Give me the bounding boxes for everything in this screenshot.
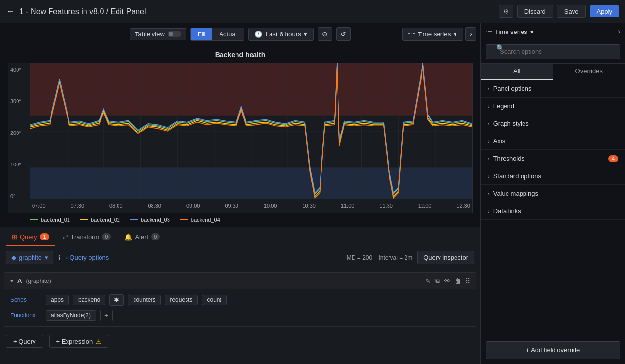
chart-title: Backend health (8, 51, 473, 59)
add-query-button[interactable]: + Query (6, 335, 43, 348)
option-panel-options[interactable]: › Panel options (481, 80, 625, 98)
add-buttons: + Query + Expression ⚠ (0, 331, 480, 352)
interval-label: Interval = 2m (379, 254, 413, 261)
query-drag-button[interactable]: ⠿ (465, 277, 470, 285)
option-value-mappings[interactable]: › Value mappings (481, 185, 625, 202)
options-list: › Panel options › Legend › Graph styles … (481, 80, 625, 336)
viz-type-chevron: ▾ (454, 31, 457, 38)
query-options-label: Query options (69, 254, 109, 261)
legend-item-backend02: backend_02 (80, 217, 120, 223)
option-chevron: › (488, 103, 490, 109)
fill-actual-group: Fill Actual (190, 28, 244, 41)
query-toolbar: ◆ graphite ▾ ℹ › Query options MD = 200 … (0, 247, 480, 268)
viz-nav-next[interactable]: › (465, 27, 476, 41)
tab-query[interactable]: ⊞ Query 1 (6, 229, 55, 246)
add-expression-button[interactable]: + Expression ⚠ (49, 335, 109, 348)
query-fields: Series apps backend ✱ counters requests … (4, 289, 476, 326)
add-expression-label: + Expression (56, 338, 93, 345)
function-tag-aliasByNode[interactable]: aliasByNode(2) (46, 310, 96, 321)
apply-button[interactable]: Apply (590, 5, 619, 17)
options-tabs-row: All Overrides (481, 64, 625, 80)
time-label: Last 6 hours (266, 31, 301, 38)
option-left: › Graph styles (488, 120, 529, 127)
option-axis[interactable]: › Axis (481, 132, 625, 150)
actual-button[interactable]: Actual (212, 28, 243, 40)
series-tag-backend[interactable]: backend (73, 295, 105, 305)
search-icon: 🔍 (496, 44, 504, 51)
tab-alert-icon: 🔔 (124, 233, 132, 241)
options-search-input[interactable] (486, 44, 620, 59)
tab-transform[interactable]: ⇄ Transform 0 (57, 229, 117, 246)
page-title: 1 - New Features in v8.0 / Edit Panel (19, 7, 146, 16)
query-copy-button[interactable]: ⧉ (435, 277, 440, 285)
time-range-button[interactable]: 🕐 Last 6 hours ▾ (248, 28, 314, 41)
options-tab-all[interactable]: All (481, 64, 553, 80)
table-view-toggle[interactable]: Table view (130, 28, 186, 40)
main-layout: Table view Fill Actual 🕐 Last 6 hours ▾ … (0, 23, 625, 364)
option-label: Data links (493, 207, 521, 215)
settings-button[interactable]: ⚙ (499, 5, 513, 18)
query-row-header: ▾ A (graphite) ✎ ⧉ 👁 🗑 ⠿ (4, 273, 476, 289)
refresh-button[interactable]: ↺ (336, 27, 351, 41)
query-inspector-button[interactable]: Query inspector (417, 251, 474, 264)
functions-label: Functions (10, 312, 42, 319)
series-tag-apps[interactable]: apps (46, 295, 69, 305)
tab-alert[interactable]: 🔔 Alert 0 (118, 229, 166, 246)
zoom-icon: ⊖ (322, 30, 328, 38)
query-options-button[interactable]: › Query options (66, 254, 109, 261)
option-graph-styles[interactable]: › Graph styles (481, 115, 625, 132)
query-section: ◆ graphite ▾ ℹ › Query options MD = 200 … (0, 247, 480, 364)
discard-button[interactable]: Discard (517, 5, 553, 18)
tab-alert-label: Alert (135, 233, 148, 241)
save-button[interactable]: Save (557, 5, 586, 18)
expression-warning-icon: ⚠ (96, 338, 101, 345)
query-eye-button[interactable]: 👁 (444, 277, 451, 285)
options-tab-overrides-label: Overrides (575, 67, 603, 75)
option-chevron: › (488, 138, 490, 144)
option-data-links[interactable]: › Data links (481, 202, 625, 220)
option-legend[interactable]: › Legend (481, 98, 625, 115)
viz-nav-next-right[interactable]: › (618, 27, 620, 36)
query-delete-button[interactable]: 🗑 (455, 277, 461, 285)
series-tag-wildcard[interactable]: ✱ (109, 294, 124, 306)
series-tag-counters[interactable]: counters (128, 295, 161, 305)
right-panel: 〰 Time series ▾ › 🔍 All Overrides (480, 23, 625, 364)
query-row-actions: ✎ ⧉ 👁 🗑 ⠿ (425, 277, 470, 285)
option-label: Value mappings (493, 190, 538, 197)
series-tag-count[interactable]: count (202, 295, 226, 305)
toggle-switch[interactable] (168, 31, 181, 37)
option-label: Thresholds (493, 155, 524, 162)
datasource-chevron: ▾ (45, 254, 48, 261)
query-options-arrow: › (66, 254, 68, 261)
fill-button[interactable]: Fill (191, 28, 213, 40)
query-collapse-icon[interactable]: ▾ (10, 277, 14, 284)
viz-type-chevron-right: ▾ (530, 28, 534, 35)
options-search-area: 🔍 (481, 40, 625, 64)
thresholds-badge: 4 (608, 155, 618, 162)
options-tab-overrides[interactable]: Overrides (553, 64, 625, 80)
chart-y-axis: 400° 300° 200° 100° 0° (8, 63, 30, 199)
functions-field-row: Functions aliasByNode(2) + (10, 310, 470, 321)
option-standard-options[interactable]: › Standard options (481, 167, 625, 185)
tab-query-badge: 1 (40, 233, 49, 240)
series-tag-requests[interactable]: requests (165, 295, 198, 305)
zoom-out-button[interactable]: ⊖ (318, 27, 332, 41)
viz-type-button[interactable]: 〰 Time series ▾ (402, 28, 463, 41)
bottom-tabs: ⊞ Query 1 ⇄ Transform 0 🔔 Alert 0 (0, 227, 480, 247)
option-thresholds[interactable]: › Thresholds 4 (481, 150, 625, 167)
chart-x-axis: 07:00 07:30 08:00 08:30 09:00 09:30 10:0… (30, 199, 472, 213)
viz-type-selector[interactable]: 〰 Time series ▾ (486, 28, 534, 35)
add-function-button[interactable]: + (100, 310, 113, 321)
query-info-button[interactable]: ℹ (58, 254, 61, 262)
query-edit-button[interactable]: ✎ (425, 277, 431, 285)
query-row-datasource: (graphite) (26, 278, 51, 284)
add-override-button[interactable]: + Add field override (486, 341, 620, 359)
viz-type-icon: 〰 (408, 31, 415, 38)
header: ← 1 - New Features in v8.0 / Edit Panel … (0, 0, 625, 23)
legend-color-backend03 (130, 219, 138, 220)
options-tab-all-label: All (513, 67, 520, 75)
datasource-selector[interactable]: ◆ graphite ▾ (6, 251, 53, 264)
option-left: › Thresholds (488, 155, 524, 162)
back-button[interactable]: ← (6, 6, 15, 17)
option-label: Graph styles (493, 120, 529, 127)
